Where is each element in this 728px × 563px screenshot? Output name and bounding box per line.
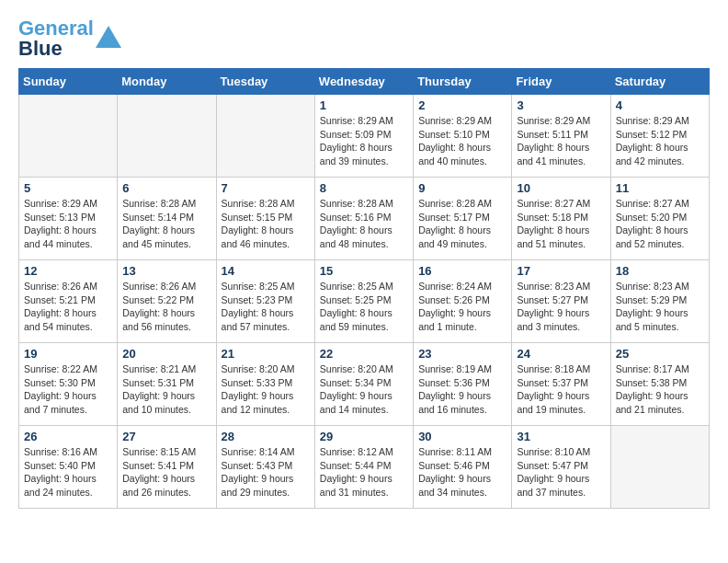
calendar-cell	[610, 426, 709, 509]
day-number: 27	[122, 430, 210, 443]
calendar-cell: 26Sunrise: 8:16 AM Sunset: 5:40 PM Dayli…	[19, 426, 118, 509]
week-row-4: 19Sunrise: 8:22 AM Sunset: 5:30 PM Dayli…	[19, 343, 710, 426]
day-number: 12	[24, 264, 112, 278]
calendar-cell: 6Sunrise: 8:28 AM Sunset: 5:14 PM Daylig…	[118, 178, 216, 260]
day-header-saturday: Saturday	[610, 69, 709, 95]
calendar-cell: 7Sunrise: 8:28 AM Sunset: 5:15 PM Daylig…	[216, 178, 314, 260]
calendar-cell: 1Sunrise: 8:29 AM Sunset: 5:09 PM Daylig…	[314, 95, 413, 178]
calendar-cell: 4Sunrise: 8:29 AM Sunset: 5:12 PM Daylig…	[610, 95, 709, 178]
day-number: 28	[222, 430, 310, 443]
calendar-cell: 20Sunrise: 8:21 AM Sunset: 5:31 PM Dayli…	[118, 343, 216, 426]
calendar-cell: 30Sunrise: 8:11 AM Sunset: 5:46 PM Dayli…	[414, 426, 512, 509]
day-number: 14	[222, 264, 310, 278]
day-number: 2	[418, 98, 506, 112]
day-header-wednesday: Wednesday	[314, 69, 413, 95]
calendar-cell: 29Sunrise: 8:12 AM Sunset: 5:44 PM Dayli…	[314, 426, 413, 509]
day-number: 8	[320, 181, 408, 195]
week-row-2: 5Sunrise: 8:29 AM Sunset: 5:13 PM Daylig…	[19, 178, 710, 260]
day-number: 6	[122, 181, 210, 195]
day-number: 19	[24, 347, 112, 361]
day-number: 4	[616, 98, 704, 112]
page-header: GeneralBlue	[18, 18, 710, 59]
calendar-cell: 18Sunrise: 8:23 AM Sunset: 5:29 PM Dayli…	[610, 260, 709, 343]
calendar-cell: 14Sunrise: 8:25 AM Sunset: 5:23 PM Dayli…	[216, 260, 314, 343]
week-row-1: 1Sunrise: 8:29 AM Sunset: 5:09 PM Daylig…	[19, 95, 710, 178]
day-info: Sunrise: 8:10 AM Sunset: 5:47 PM Dayligh…	[517, 445, 605, 500]
day-info: Sunrise: 8:19 AM Sunset: 5:36 PM Dayligh…	[418, 362, 506, 417]
day-number: 30	[418, 430, 506, 443]
calendar-cell: 5Sunrise: 8:29 AM Sunset: 5:13 PM Daylig…	[19, 178, 118, 260]
day-number: 16	[418, 264, 506, 278]
day-number: 17	[517, 264, 605, 278]
day-number: 20	[122, 347, 210, 361]
calendar-cell	[19, 95, 118, 178]
calendar-cell: 22Sunrise: 8:20 AM Sunset: 5:34 PM Dayli…	[314, 343, 413, 426]
calendar-cell: 11Sunrise: 8:27 AM Sunset: 5:20 PM Dayli…	[610, 178, 709, 260]
day-info: Sunrise: 8:27 AM Sunset: 5:20 PM Dayligh…	[616, 197, 704, 251]
calendar-cell: 8Sunrise: 8:28 AM Sunset: 5:16 PM Daylig…	[314, 178, 413, 260]
day-info: Sunrise: 8:14 AM Sunset: 5:43 PM Dayligh…	[222, 445, 310, 500]
calendar-cell: 27Sunrise: 8:15 AM Sunset: 5:41 PM Dayli…	[118, 426, 216, 509]
calendar-table: SundayMondayTuesdayWednesdayThursdayFrid…	[18, 68, 710, 509]
day-number: 31	[517, 430, 605, 443]
day-info: Sunrise: 8:22 AM Sunset: 5:30 PM Dayligh…	[24, 362, 112, 417]
day-info: Sunrise: 8:18 AM Sunset: 5:37 PM Dayligh…	[517, 362, 605, 417]
calendar-cell: 2Sunrise: 8:29 AM Sunset: 5:10 PM Daylig…	[414, 95, 512, 178]
day-info: Sunrise: 8:24 AM Sunset: 5:26 PM Dayligh…	[418, 280, 506, 334]
day-number: 15	[320, 264, 408, 278]
day-header-thursday: Thursday	[414, 69, 512, 95]
day-info: Sunrise: 8:23 AM Sunset: 5:27 PM Dayligh…	[517, 280, 605, 334]
day-header-sunday: Sunday	[19, 69, 118, 95]
day-header-tuesday: Tuesday	[216, 69, 314, 95]
calendar-cell	[216, 95, 314, 178]
day-info: Sunrise: 8:20 AM Sunset: 5:34 PM Dayligh…	[320, 362, 408, 417]
day-header-monday: Monday	[118, 69, 216, 95]
day-info: Sunrise: 8:28 AM Sunset: 5:16 PM Dayligh…	[320, 197, 408, 251]
calendar-cell: 15Sunrise: 8:25 AM Sunset: 5:25 PM Dayli…	[314, 260, 413, 343]
day-info: Sunrise: 8:15 AM Sunset: 5:41 PM Dayligh…	[122, 445, 210, 500]
logo-text: GeneralBlue	[18, 18, 94, 59]
day-info: Sunrise: 8:11 AM Sunset: 5:46 PM Dayligh…	[418, 445, 506, 500]
day-number: 21	[222, 347, 310, 361]
day-number: 22	[320, 347, 408, 361]
day-number: 5	[24, 181, 112, 195]
calendar-cell	[118, 95, 216, 178]
day-header-friday: Friday	[512, 69, 610, 95]
day-number: 23	[418, 347, 506, 361]
calendar-cell: 10Sunrise: 8:27 AM Sunset: 5:18 PM Dayli…	[512, 178, 610, 260]
logo: GeneralBlue	[18, 18, 121, 59]
day-info: Sunrise: 8:29 AM Sunset: 5:09 PM Dayligh…	[320, 114, 408, 168]
week-row-3: 12Sunrise: 8:26 AM Sunset: 5:21 PM Dayli…	[19, 260, 710, 343]
day-info: Sunrise: 8:28 AM Sunset: 5:17 PM Dayligh…	[418, 197, 506, 251]
day-info: Sunrise: 8:20 AM Sunset: 5:33 PM Dayligh…	[222, 362, 310, 417]
day-number: 7	[222, 181, 310, 195]
day-info: Sunrise: 8:29 AM Sunset: 5:11 PM Dayligh…	[517, 114, 605, 168]
calendar-cell: 9Sunrise: 8:28 AM Sunset: 5:17 PM Daylig…	[414, 178, 512, 260]
svg-marker-0	[96, 26, 121, 48]
day-number: 3	[517, 98, 605, 112]
calendar-cell: 16Sunrise: 8:24 AM Sunset: 5:26 PM Dayli…	[414, 260, 512, 343]
day-number: 18	[616, 264, 704, 278]
day-number: 26	[24, 430, 112, 443]
day-number: 25	[616, 347, 704, 361]
day-info: Sunrise: 8:28 AM Sunset: 5:14 PM Dayligh…	[122, 197, 210, 251]
calendar-cell: 3Sunrise: 8:29 AM Sunset: 5:11 PM Daylig…	[512, 95, 610, 178]
day-info: Sunrise: 8:26 AM Sunset: 5:22 PM Dayligh…	[122, 280, 210, 334]
day-number: 13	[122, 264, 210, 278]
calendar-cell: 19Sunrise: 8:22 AM Sunset: 5:30 PM Dayli…	[19, 343, 118, 426]
calendar-cell: 25Sunrise: 8:17 AM Sunset: 5:38 PM Dayli…	[610, 343, 709, 426]
day-info: Sunrise: 8:23 AM Sunset: 5:29 PM Dayligh…	[616, 280, 704, 334]
day-info: Sunrise: 8:17 AM Sunset: 5:38 PM Dayligh…	[616, 362, 704, 417]
calendar-cell: 31Sunrise: 8:10 AM Sunset: 5:47 PM Dayli…	[512, 426, 610, 509]
logo-icon	[96, 22, 121, 48]
day-info: Sunrise: 8:29 AM Sunset: 5:12 PM Dayligh…	[616, 114, 704, 168]
day-info: Sunrise: 8:29 AM Sunset: 5:10 PM Dayligh…	[418, 114, 506, 168]
day-info: Sunrise: 8:29 AM Sunset: 5:13 PM Dayligh…	[24, 197, 112, 251]
day-info: Sunrise: 8:16 AM Sunset: 5:40 PM Dayligh…	[24, 445, 112, 500]
day-number: 24	[517, 347, 605, 361]
day-info: Sunrise: 8:12 AM Sunset: 5:44 PM Dayligh…	[320, 445, 408, 500]
day-info: Sunrise: 8:25 AM Sunset: 5:23 PM Dayligh…	[222, 280, 310, 334]
calendar-cell: 24Sunrise: 8:18 AM Sunset: 5:37 PM Dayli…	[512, 343, 610, 426]
day-number: 29	[320, 430, 408, 443]
calendar-cell: 17Sunrise: 8:23 AM Sunset: 5:27 PM Dayli…	[512, 260, 610, 343]
